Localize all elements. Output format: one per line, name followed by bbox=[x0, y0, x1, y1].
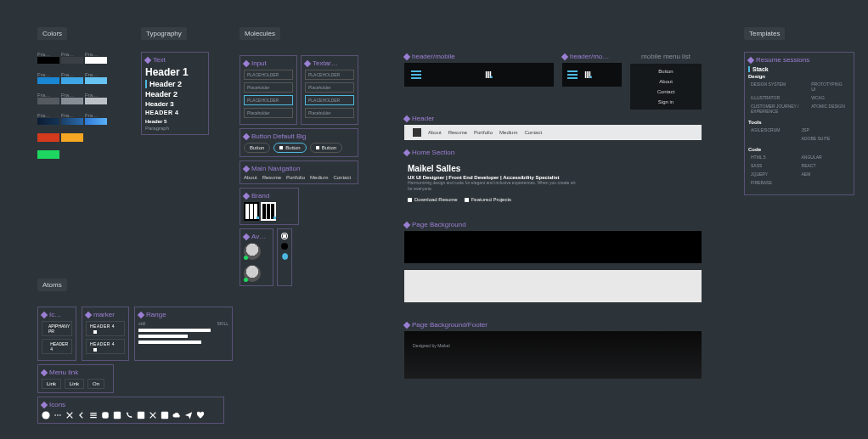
comp-title-ic: Ic… bbox=[49, 311, 61, 318]
range-lo: skill bbox=[138, 321, 145, 326]
cta-featured-projects[interactable]: Featured Projects bbox=[465, 197, 511, 202]
resume-item: PROTOTYPING UI bbox=[810, 81, 848, 93]
nav-item[interactable]: About bbox=[244, 175, 257, 180]
comp-title-range: Range bbox=[146, 311, 166, 318]
instagram-icon bbox=[101, 411, 110, 419]
header-desktop: About Resume Portfolio Medium Contact bbox=[404, 125, 702, 140]
linkedin2-icon bbox=[137, 411, 145, 419]
resume-group: CodeHTML 5ANGULARSASSREACTJQUERYAEMFIREB… bbox=[748, 147, 850, 188]
header-mobile-compact bbox=[562, 63, 622, 87]
nav-item[interactable]: Resume bbox=[262, 175, 281, 180]
dark-toggle-icon[interactable] bbox=[281, 243, 288, 250]
input-placeholder[interactable]: PLACEHOLDER bbox=[244, 70, 293, 80]
atoms-menu-link: Menu link Link Link On bbox=[37, 364, 114, 393]
mobile-menu-item[interactable]: Sign in bbox=[658, 99, 674, 104]
comp-title-header-mobile2: header/mo… bbox=[570, 53, 609, 60]
section-atoms-label: Atoms bbox=[37, 279, 67, 291]
resume-group: DesignDESIGN SYSTEMPROTOTYPING UIILLUSTR… bbox=[748, 74, 850, 116]
nav-item[interactable]: Portfolio bbox=[474, 130, 493, 135]
comp-title-avatar: Av… bbox=[251, 233, 266, 240]
moon-icon[interactable] bbox=[281, 253, 288, 260]
svg-point-3 bbox=[59, 414, 61, 416]
input-placeholder-focus[interactable]: PLACEHOLDER bbox=[244, 95, 293, 105]
home-name: Maikel Salles bbox=[408, 164, 698, 173]
comp-title-page-bg: Page Background bbox=[412, 221, 466, 228]
nav-item[interactable]: Contact bbox=[333, 175, 351, 180]
mobile-menu-item[interactable]: Button bbox=[658, 69, 673, 74]
resume-item: ATOMIC DESIGN bbox=[810, 103, 848, 115]
resume-item bbox=[750, 135, 799, 142]
atoms-ic: Ic… APIPHANY PR HEADER 4 bbox=[37, 307, 76, 361]
comp-title-textarea: Textar… bbox=[313, 59, 338, 67]
menu-link-item[interactable]: Link bbox=[65, 379, 84, 389]
comp-title-page-footer: Page Background/Footer bbox=[412, 321, 488, 329]
mobile-menu-item[interactable]: About bbox=[659, 79, 673, 84]
resume-item: ADOBE SUITE bbox=[801, 135, 848, 142]
comp-title-home: Home Section bbox=[412, 149, 454, 156]
range-bar[interactable] bbox=[138, 335, 188, 338]
phone-icon bbox=[125, 411, 133, 419]
marker-sample: HEADER 4 bbox=[86, 321, 125, 336]
brand-component: Brand bbox=[240, 188, 299, 225]
svg-point-1 bbox=[54, 414, 56, 416]
hamburger-icon[interactable] bbox=[411, 70, 421, 79]
button-default[interactable]: Button bbox=[310, 143, 342, 153]
svg-rect-6 bbox=[138, 412, 144, 419]
comp-title-text: Text bbox=[153, 56, 166, 64]
logo-dark bbox=[244, 202, 259, 221]
textarea-placeholder[interactable]: PLACEHOLDER bbox=[305, 70, 354, 80]
resume-item: CUSTOMER JOURNEY / EXPERIENCE bbox=[750, 103, 809, 115]
textarea-placeholder[interactable]: Placeholder bbox=[305, 108, 354, 118]
logo bbox=[484, 70, 493, 79]
comp-title-header-mobile: header/mobile bbox=[412, 53, 455, 60]
sun-icon[interactable] bbox=[281, 233, 288, 239]
nav-item[interactable]: Portfolio bbox=[286, 175, 305, 180]
nav-item[interactable]: Medium bbox=[499, 130, 517, 135]
range-bar[interactable] bbox=[138, 329, 211, 332]
heart-icon bbox=[196, 411, 205, 419]
resume-item: ANGULAR bbox=[801, 154, 848, 160]
cloud-icon bbox=[172, 411, 181, 419]
ic-sample: HEADER 4 bbox=[42, 339, 72, 354]
resume-group: ToolsAGILE/SCRUMJSPADOBE SUITE bbox=[748, 120, 850, 144]
page-background-footer: Designed by Maikel bbox=[404, 331, 702, 379]
status-dot-icon bbox=[244, 256, 248, 260]
resume-sessions-frame[interactable]: Resume sessions Stack DesignDESIGN SYSTE… bbox=[744, 52, 854, 195]
button-big-component: Button Default Big Button Button Button bbox=[240, 128, 358, 157]
comp-title-button-big: Button Default Big bbox=[251, 132, 306, 140]
menu-link-item[interactable]: Link bbox=[42, 379, 61, 389]
input-component[interactable]: Input PLACEHOLDER Placeholder PLACEHOLDE… bbox=[240, 55, 297, 125]
home-section: Maikel Salles UX UI Designer | Front End… bbox=[404, 159, 702, 205]
comp-title-main-nav: Main Navigation bbox=[251, 165, 300, 172]
resume-item: REACT bbox=[801, 162, 848, 169]
textarea-placeholder-focus[interactable]: PLACEHOLDER bbox=[305, 95, 354, 105]
nav-item[interactable]: Resume bbox=[448, 130, 467, 135]
input-placeholder[interactable]: Placeholder bbox=[244, 108, 293, 118]
sample-p: Paragraph bbox=[145, 126, 205, 131]
mobile-menu-label: mobile menu list bbox=[630, 53, 702, 60]
nav-item[interactable]: About bbox=[428, 130, 442, 135]
menu-link-item[interactable]: On bbox=[87, 379, 104, 389]
comp-title-brand: Brand bbox=[251, 192, 269, 200]
hamburger-icon[interactable] bbox=[567, 70, 578, 79]
input-placeholder[interactable]: Placeholder bbox=[244, 82, 293, 93]
mobile-menu-item[interactable]: Contact bbox=[657, 89, 675, 94]
comp-title-input: Input bbox=[251, 59, 267, 67]
nav-item[interactable]: Medium bbox=[310, 175, 328, 180]
linkedin-icon bbox=[113, 411, 121, 419]
typography-frame: Text Header 1 Header 2 Header 2 Header 3… bbox=[141, 52, 209, 135]
resume-item: DESIGN SYSTEM bbox=[750, 81, 809, 93]
cta-download-resume[interactable]: Download Resume bbox=[408, 197, 458, 202]
nav-item[interactable]: Contact bbox=[524, 130, 542, 135]
range-bar[interactable] bbox=[138, 341, 201, 344]
textarea-placeholder[interactable]: Placeholder bbox=[305, 82, 354, 93]
button-selected[interactable]: Button bbox=[273, 143, 306, 153]
textarea-component[interactable]: Textar… PLACEHOLDER Placeholder PLACEHOL… bbox=[301, 55, 358, 125]
header-logo-icon bbox=[413, 128, 421, 137]
section-colors-label: Colors bbox=[37, 27, 67, 40]
resume-item: ILLUSTRATOR bbox=[750, 94, 809, 101]
logo bbox=[583, 70, 592, 79]
ic-sample: APIPHANY PR bbox=[42, 321, 72, 336]
resume-item: SASS bbox=[750, 162, 799, 169]
button-default[interactable]: Button bbox=[244, 143, 270, 153]
